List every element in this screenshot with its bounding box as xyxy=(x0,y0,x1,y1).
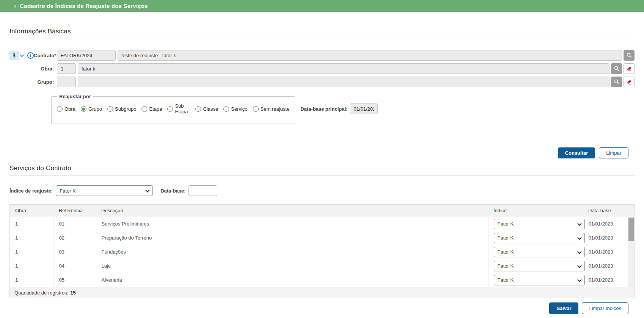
cell-referencia: 05 xyxy=(53,273,96,287)
contrato-search-button[interactable] xyxy=(624,50,635,61)
grupo-code-input[interactable] xyxy=(57,77,76,87)
radio-option[interactable]: Grupo xyxy=(81,106,102,112)
record-count-value: 15 xyxy=(70,290,75,296)
column-header-referencia: Referência xyxy=(53,205,96,217)
radio-option[interactable]: Serviço xyxy=(223,106,247,112)
obra-row: Obra: xyxy=(9,63,635,74)
section-title-services: Serviços do Contrato xyxy=(9,164,635,172)
reajustar-por-options: Obra Grupo Subgrupo xyxy=(57,103,289,115)
grupo-clear-button[interactable] xyxy=(624,77,635,87)
grupo-label: Grupo: xyxy=(38,79,55,85)
data-base-principal-group: Data-base principal: xyxy=(300,103,378,114)
radio-option[interactable]: Obra xyxy=(57,106,75,112)
table-row: 1 01 Serviços Preliminares Fator K 01/0 xyxy=(10,217,634,231)
search-icon xyxy=(626,52,632,58)
obra-search-button[interactable] xyxy=(611,63,622,74)
radio-option-label: Obra xyxy=(64,106,75,112)
table-row: 1 02 Preparação do Terreno Fator K 01/0 xyxy=(10,231,634,245)
cell-data-base: 01/01/2023 xyxy=(583,231,634,245)
info-icon[interactable]: i xyxy=(27,52,34,59)
indice-reajuste-label: Índice de reajuste: xyxy=(9,188,53,194)
radio-circle[interactable] xyxy=(195,106,201,112)
cell-data-base: 01/01/2023 xyxy=(583,273,634,287)
chevron-down-icon[interactable] xyxy=(20,53,24,57)
cell-referencia: 04 xyxy=(53,259,96,273)
contrato-code-input[interactable] xyxy=(57,50,116,61)
table-row: 1 03 Fundações Fator K 01/01/2023 xyxy=(10,245,634,259)
eraser-icon xyxy=(626,66,632,72)
grupo-search-button[interactable] xyxy=(611,77,622,87)
data-base-principal-input[interactable] xyxy=(350,103,378,114)
section-title-basic-info: Informações Básicas xyxy=(9,28,635,35)
radio-circle[interactable] xyxy=(223,106,229,112)
search-icon xyxy=(614,79,620,85)
data-base-filter-input[interactable] xyxy=(188,185,217,196)
cell-descricao: Preparação do Terreno xyxy=(96,231,488,245)
row-indice-select[interactable]: Fator K xyxy=(494,275,585,285)
grupo-description-input[interactable] xyxy=(78,77,609,87)
cell-referencia: 01 xyxy=(53,217,96,231)
consultar-button[interactable]: Consultar xyxy=(558,147,595,158)
radio-option[interactable]: Subgrupo xyxy=(107,106,136,112)
section-divider xyxy=(9,39,635,39)
radio-option-label: Grupo xyxy=(88,106,102,112)
row-indice-select[interactable]: Fator K xyxy=(494,219,585,229)
limpar-indices-button[interactable]: Limpar índices xyxy=(582,302,628,314)
indice-reajuste-select[interactable]: Fator K xyxy=(56,185,153,196)
page-header-bar: › Cadastro de Índices de Reajuste dos Se… xyxy=(0,0,644,12)
radio-circle[interactable] xyxy=(57,106,63,112)
radio-option-label: Sem reajuste xyxy=(261,106,290,112)
cell-descricao: Fundações xyxy=(96,245,488,259)
contrato-description-input[interactable] xyxy=(118,50,622,61)
reajustar-por-legend: Reajustar por xyxy=(57,94,93,99)
scrollbar-thumb[interactable] xyxy=(628,218,634,241)
radio-option-label: Serviço xyxy=(231,106,247,112)
column-header-descricao: Descrição xyxy=(96,205,488,217)
cell-descricao: Alvenaria xyxy=(96,273,488,287)
radio-circle[interactable] xyxy=(141,106,147,112)
radio-circle[interactable] xyxy=(167,106,173,112)
cell-obra: 1 xyxy=(10,273,53,287)
radio-option[interactable]: Sem reajuste xyxy=(253,106,290,112)
row-indice-select[interactable]: Fator K xyxy=(494,233,585,243)
radio-option-label: Subgrupo xyxy=(115,106,136,112)
cell-obra: 1 xyxy=(10,231,53,245)
salvar-button[interactable]: Salvar xyxy=(549,302,578,314)
radio-circle[interactable] xyxy=(81,106,86,112)
pushpin-icon[interactable] xyxy=(9,51,19,60)
cell-referencia: 03 xyxy=(53,245,96,259)
table-header-row: Obra Referência Descrição Índice Data-ba… xyxy=(10,205,634,217)
cell-descricao: Laje xyxy=(96,259,488,273)
limpar-button[interactable]: Limpar xyxy=(599,147,628,158)
column-header-indice: Índice xyxy=(488,205,583,217)
table-row: 1 05 Alvenaria Fator K 01/01/2023 xyxy=(10,273,634,287)
obra-code-input[interactable] xyxy=(57,63,76,74)
grupo-row: Grupo: xyxy=(9,77,635,87)
radio-option[interactable]: Sub Etapa xyxy=(167,103,190,115)
eraser-icon xyxy=(626,79,632,85)
column-header-data-base: Data-base xyxy=(583,205,634,217)
services-table: Obra Referência Descrição Índice Data-ba… xyxy=(9,204,635,287)
table-scrollbar[interactable] xyxy=(628,217,634,287)
record-count-label: Quantidade de registros: xyxy=(14,290,68,296)
row-indice-select[interactable]: Fator K xyxy=(494,261,585,271)
radio-option[interactable]: Classe xyxy=(195,106,218,112)
radio-option-label: Classe xyxy=(203,106,218,112)
radio-option-label: Etapa xyxy=(149,106,162,112)
data-base-principal-label: Data-base principal: xyxy=(300,106,347,112)
radio-option[interactable]: Etapa xyxy=(141,106,162,112)
data-base-filter-label: Data-base: xyxy=(160,188,185,194)
cell-data-base: 01/01/2023 xyxy=(583,259,634,273)
contrato-label: Contrato*: xyxy=(34,53,60,58)
search-icon xyxy=(614,66,620,72)
radio-circle[interactable] xyxy=(107,106,113,112)
table-row: 1 04 Laje Fator K 01/01/2023 xyxy=(10,259,634,273)
row-indice-select[interactable]: Fator K xyxy=(494,247,585,257)
obra-description-input[interactable] xyxy=(78,63,609,74)
cell-data-base: 01/01/2023 xyxy=(583,245,634,259)
page-title: Cadastro de Índices de Reajuste dos Serv… xyxy=(20,3,148,9)
cell-obra: 1 xyxy=(10,245,53,259)
obra-clear-button[interactable] xyxy=(624,63,635,74)
radio-circle[interactable] xyxy=(253,106,259,112)
section-divider xyxy=(9,175,635,176)
